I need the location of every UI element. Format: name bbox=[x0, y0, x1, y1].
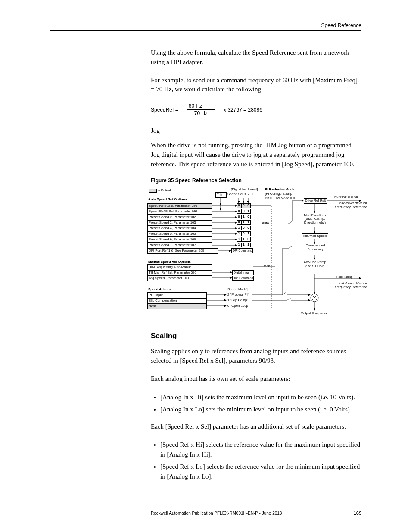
follower1-label: to follower drive for Frequency Referenc… bbox=[333, 202, 367, 209]
scaling-bullets-2: [Speed Ref x Hi] selects the reference v… bbox=[151, 440, 361, 481]
adder-mode: 0 "Open Loop" bbox=[227, 304, 249, 308]
adder-row: Slip Compensation bbox=[147, 298, 207, 304]
bit-cell: 1 bbox=[237, 237, 241, 242]
man-label: Man bbox=[264, 264, 270, 268]
legend: = Default bbox=[149, 189, 171, 193]
bit-cell: 0 bbox=[241, 226, 246, 230]
formula-label: SpeedRef = bbox=[151, 107, 178, 113]
pi-exclusive-label: PI Exclusive Mode bbox=[265, 188, 294, 192]
adder-mode: 2 "Process PI" bbox=[227, 293, 249, 297]
jog-text: When the drive is not running, pressing … bbox=[151, 141, 361, 169]
adders-section: Speed Adders bbox=[148, 288, 171, 292]
auto-row: Preset Speed 2, Parameter 102 bbox=[147, 215, 212, 220]
manual-target: Jog Command bbox=[232, 276, 254, 281]
commanded-label: Commanded Frequency bbox=[304, 244, 327, 251]
auto-label: Auto bbox=[262, 221, 269, 225]
adder-row: PI Output bbox=[147, 292, 207, 298]
pure-reference-label: Pure Reference bbox=[334, 195, 358, 199]
bit-cell: 0 bbox=[241, 231, 246, 236]
bit-cell: 0 bbox=[237, 215, 241, 219]
formula-denominator: 70 Hz bbox=[194, 110, 208, 116]
bit-cell: 0 bbox=[246, 226, 251, 230]
manual-section: Manual Speed Ref Options bbox=[148, 260, 191, 264]
bit-cell: 0 bbox=[237, 209, 241, 214]
bit-cell: 1 bbox=[241, 220, 246, 225]
formula: SpeedRef = 60 Hz 70 Hz x 32767 = 28086 bbox=[151, 103, 361, 116]
figure-caption: Figure 35 Speed Reference Selection bbox=[151, 177, 361, 184]
digital-inx-label: [Digital Inx Select]: bbox=[231, 188, 259, 192]
bit-cell: 0 bbox=[237, 220, 241, 225]
bullet-speedref-lo: [Speed Ref x Lo] selects the reference v… bbox=[160, 462, 361, 481]
bit-cell: 1 bbox=[237, 231, 241, 236]
manual-row: Jog Speed, Parameter 100 bbox=[147, 276, 212, 281]
bullet-speedref-hi: [Speed Ref x Hi] selects the reference v… bbox=[160, 440, 361, 459]
trim-box: Trim bbox=[215, 192, 227, 198]
formula-rhs: x 32767 = 28086 bbox=[224, 107, 262, 113]
scaling-head: Scaling bbox=[151, 332, 361, 340]
manual-target: Digital Input bbox=[232, 270, 254, 275]
bit-cell: 0 bbox=[241, 203, 246, 208]
scaling-p2: Each analog input has its own set of sca… bbox=[151, 374, 361, 384]
auto-row: Speed Ref A Sel, Parameter 090 bbox=[147, 203, 212, 209]
adder-row: None bbox=[147, 304, 207, 309]
accdec-box: Acc/Dec Ramp and S Curve bbox=[301, 260, 329, 274]
manual-row: HIM Requesting Auto/Manual bbox=[147, 264, 212, 270]
manual-row: TB Man Ref Sel, Parameter 096 bbox=[147, 270, 212, 276]
para-example: For example, to send out a command frequ… bbox=[151, 76, 361, 95]
scaling-bullets-1: [Analog In x Hi] sets the maximum level … bbox=[151, 392, 361, 414]
pi-bit-label: Bit 0, Excl Mode = 0 bbox=[265, 196, 295, 200]
follower2-label: to follower drive for Frequency Referenc… bbox=[333, 282, 367, 289]
auto-row: Preset Speed 6, Parameter 106 bbox=[147, 237, 212, 243]
bit-cell: 0 bbox=[237, 203, 241, 208]
drive-ref-rslt-box: Drive Ref Rslt bbox=[304, 198, 327, 204]
speed-mode-label: [Speed Mode]: bbox=[227, 288, 249, 292]
bullet-analog-hi: [Analog In x Hi] sets the maximum level … bbox=[160, 392, 361, 402]
footer-pub: Rockwell Automation Publication PFLEX-RM… bbox=[151, 511, 282, 516]
header-title: Speed Reference bbox=[321, 22, 361, 28]
bit-cell: 1 bbox=[241, 243, 246, 247]
adder-mode: 1 "Slip Comp" bbox=[227, 299, 248, 302]
auto-row: Preset Speed 7, Parameter 107 bbox=[147, 243, 212, 248]
speed-reference-diagram: = Default Trim [Digital Inx Select]: Spe… bbox=[146, 188, 409, 321]
minmax-box: Min/Max Speed bbox=[302, 233, 328, 239]
scaling-p3: Each [Speed Ref x Sel] parameter has an … bbox=[151, 422, 361, 432]
auto-row: Preset Speed 3, Parameter 103 bbox=[147, 220, 212, 226]
dpi-command-box: DPI Command bbox=[231, 248, 253, 253]
bit-cell: 1 bbox=[237, 243, 241, 247]
scaling-p1: Scaling applies only to references from … bbox=[151, 347, 361, 366]
bit-cell: 1 bbox=[246, 243, 251, 247]
bit-cell: 1 bbox=[246, 231, 251, 236]
mod-functions-box: Mod Functions (Skip, Clamp, Direction, e… bbox=[301, 213, 329, 227]
auto-row: DPI Port Ref 1-6, See Parameter 209 bbox=[147, 248, 218, 254]
para-intro: Using the above formula, calculate the S… bbox=[151, 48, 361, 67]
bit-cell: 0 bbox=[246, 203, 251, 208]
jog-head: Jog bbox=[151, 127, 361, 134]
auto-row: Preset Speed 4, Parameter 104 bbox=[147, 226, 212, 231]
formula-numerator: 60 Hz bbox=[187, 103, 215, 110]
bit-cell: 1 bbox=[246, 220, 251, 225]
bit-cell: 1 bbox=[241, 237, 246, 242]
output-freq-label: Output Frequency bbox=[301, 312, 327, 316]
page-footer: Rockwell Automation Publication PFLEX-RM… bbox=[50, 510, 361, 516]
footer-page: 169 bbox=[354, 510, 361, 516]
bit-cell: 1 bbox=[246, 209, 251, 214]
post-ramp-label: Post Ramp bbox=[336, 275, 353, 279]
bit-cell: 0 bbox=[246, 215, 251, 219]
bit-cell: 1 bbox=[241, 215, 246, 219]
bit-cell: 0 bbox=[246, 237, 251, 242]
auto-section: Auto Speed Ref Options bbox=[148, 198, 187, 202]
auto-row: Speed Ref B Sel, Parameter 093 bbox=[147, 209, 212, 215]
speed-sel-label: Speed Sel 3 2 1 bbox=[227, 193, 253, 196]
bit-cell: 1 bbox=[237, 226, 241, 230]
bit-cell: 0 bbox=[241, 209, 246, 214]
page-header: Speed Reference bbox=[50, 22, 361, 31]
auto-row: Preset Speed 5, Parameter 105 bbox=[147, 231, 212, 237]
bullet-analog-lo: [Analog In x Lo] sets the minimum level … bbox=[160, 404, 361, 414]
pi-config-label: [PI Configuration]: bbox=[265, 192, 292, 196]
